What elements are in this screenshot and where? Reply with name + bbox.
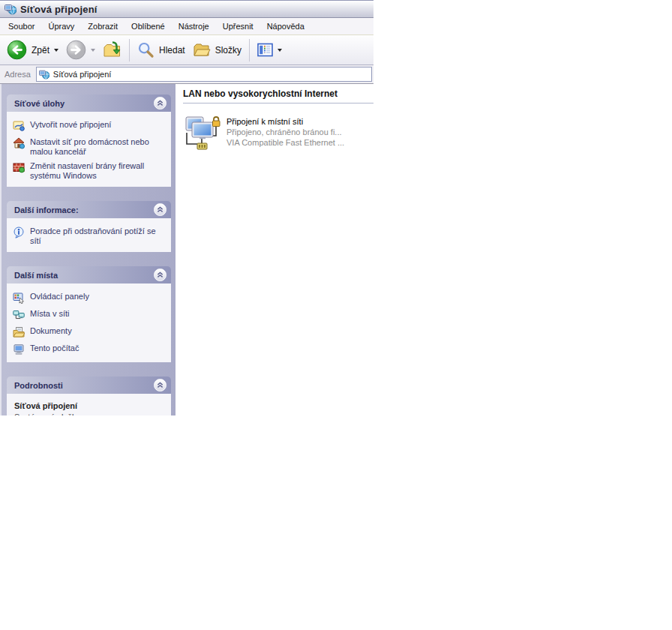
title-bar: Síťová připojení xyxy=(0,0,374,18)
panel-title: Další místa xyxy=(14,271,58,280)
window-title: Síťová připojení xyxy=(20,4,98,15)
place-label: Tento počítač xyxy=(30,344,159,353)
chevron-up-icon xyxy=(157,272,164,278)
collapse-button[interactable] xyxy=(154,379,166,392)
collapse-button[interactable] xyxy=(154,268,166,281)
address-value: Síťová připojení xyxy=(53,70,112,79)
back-button[interactable]: Zpět xyxy=(3,38,62,62)
address-input[interactable]: Síťová připojení xyxy=(36,67,372,82)
panel-other-places-header[interactable]: Další místa xyxy=(7,266,171,284)
toolbar-separator xyxy=(129,39,130,62)
address-location-icon xyxy=(39,69,50,80)
search-button[interactable]: Hledat xyxy=(134,40,189,60)
place-documents[interactable]: Dokumenty xyxy=(13,326,167,338)
network-connections-window: Síťová připojení Soubor Úpravy Zobrazit … xyxy=(0,0,374,416)
task-network-troubleshooter[interactable]: Poradce při odstraňování potíží se sítí xyxy=(13,226,167,245)
menu-oblibene[interactable]: Oblíbené xyxy=(124,19,172,34)
lan-connection-icon xyxy=(183,115,220,152)
menu-nastroje[interactable]: Nástroje xyxy=(172,19,216,34)
task-label: Nastavit síť pro domácnost nebo malou ka… xyxy=(30,137,159,156)
views-button[interactable] xyxy=(254,40,286,59)
menu-soubor[interactable]: Soubor xyxy=(2,19,41,34)
place-network-places[interactable]: Místa v síti xyxy=(13,309,167,321)
task-setup-home-network[interactable]: Nastavit síť pro domácnost nebo malou ka… xyxy=(13,137,167,156)
panel-title: Podrobnosti xyxy=(14,381,63,390)
desktop: Síťová připojení Soubor Úpravy Zobrazit … xyxy=(0,0,672,630)
panel-see-also: Další informace: xyxy=(7,201,171,252)
connection-status: Připojeno, chráněno bránou fi... xyxy=(226,128,344,138)
forward-icon xyxy=(66,40,86,60)
address-label: Adresa xyxy=(4,70,31,79)
new-connection-icon xyxy=(13,120,25,132)
panel-title: Síťové úlohy xyxy=(14,99,64,108)
up-button[interactable] xyxy=(99,39,125,61)
forward-dropdown-caret-icon[interactable] xyxy=(91,49,95,52)
connection-device: VIA Compatible Fast Ethernet ... xyxy=(226,138,344,148)
documents-icon xyxy=(13,326,25,338)
folders-icon xyxy=(193,41,211,59)
menu-zobrazit[interactable]: Zobrazit xyxy=(81,19,124,34)
back-label: Zpět xyxy=(32,45,50,56)
home-network-icon xyxy=(13,137,25,149)
chevron-up-icon xyxy=(157,206,164,213)
menu-upravy[interactable]: Úpravy xyxy=(41,19,81,34)
my-computer-icon xyxy=(13,344,25,356)
collapse-button[interactable] xyxy=(154,97,166,110)
panel-details: Podrobnosti Síťová připojení Systémová s… xyxy=(7,376,171,416)
chevron-up-icon xyxy=(157,382,164,388)
firewall-icon xyxy=(13,161,25,173)
task-create-connection[interactable]: Vytvořit nové připojení xyxy=(13,120,167,132)
forward-button[interactable] xyxy=(62,38,99,62)
details-folder-name: Síťová připojení xyxy=(14,401,167,410)
place-control-panel[interactable]: Ovládací panely xyxy=(13,292,167,304)
task-label: Vytvořit nové připojení xyxy=(30,120,159,130)
details-folder-type: Systémová složka xyxy=(14,412,167,416)
panel-network-tasks-header[interactable]: Síťové úlohy xyxy=(7,94,171,112)
info-icon xyxy=(13,226,25,238)
panel-other-places: Další místa xyxy=(7,266,171,362)
place-my-computer[interactable]: Tento počítač xyxy=(13,344,167,356)
connection-name: Připojení k místní síti xyxy=(226,117,344,126)
menu-upresnit[interactable]: Upřesnit xyxy=(216,19,260,34)
up-folder-icon xyxy=(103,40,122,59)
menu-bar: Soubor Úpravy Zobrazit Oblíbené Nástroje… xyxy=(0,18,374,35)
task-change-firewall-settings[interactable]: Změnit nastavení brány firewall systému … xyxy=(13,161,167,180)
network-connections-icon xyxy=(4,3,16,15)
network-places-icon xyxy=(13,309,25,321)
task-label: Změnit nastavení brány firewall systému … xyxy=(30,161,159,180)
views-grid-icon xyxy=(257,42,273,58)
group-header: LAN nebo vysokorychlostní Internet xyxy=(183,86,374,104)
content-area: LAN nebo vysokorychlostní Internet xyxy=(176,84,374,416)
toolbar-separator xyxy=(249,39,250,62)
folders-button[interactable]: Složky xyxy=(189,40,245,61)
panel-network-tasks: Síťové úlohy xyxy=(7,94,171,187)
control-panel-icon xyxy=(13,292,25,304)
place-label: Ovládací panely xyxy=(30,292,159,302)
task-pane: Síťové úlohy xyxy=(0,84,176,416)
search-label: Hledat xyxy=(159,45,185,56)
folders-label: Složky xyxy=(215,45,242,56)
lan-connection-item[interactable]: Připojení k místní síti Připojeno, chrán… xyxy=(183,115,374,152)
panel-details-header[interactable]: Podrobnosti xyxy=(7,376,171,394)
search-icon xyxy=(137,41,154,58)
panel-title: Další informace: xyxy=(14,206,79,214)
address-bar: Adresa Síťová připojení xyxy=(0,65,374,84)
chevron-up-icon xyxy=(157,100,164,106)
panel-see-also-header[interactable]: Další informace: xyxy=(7,201,171,218)
place-label: Místa v síti xyxy=(30,309,159,319)
toolbar: Zpět xyxy=(0,35,374,65)
views-dropdown-caret-icon[interactable] xyxy=(278,49,282,52)
back-dropdown-caret-icon[interactable] xyxy=(54,49,58,52)
back-icon xyxy=(7,40,27,60)
menu-napoveda[interactable]: Nápověda xyxy=(260,19,311,34)
place-label: Dokumenty xyxy=(30,326,159,336)
task-label: Poradce při odstraňování potíží se sítí xyxy=(30,226,159,245)
collapse-button[interactable] xyxy=(154,203,166,216)
